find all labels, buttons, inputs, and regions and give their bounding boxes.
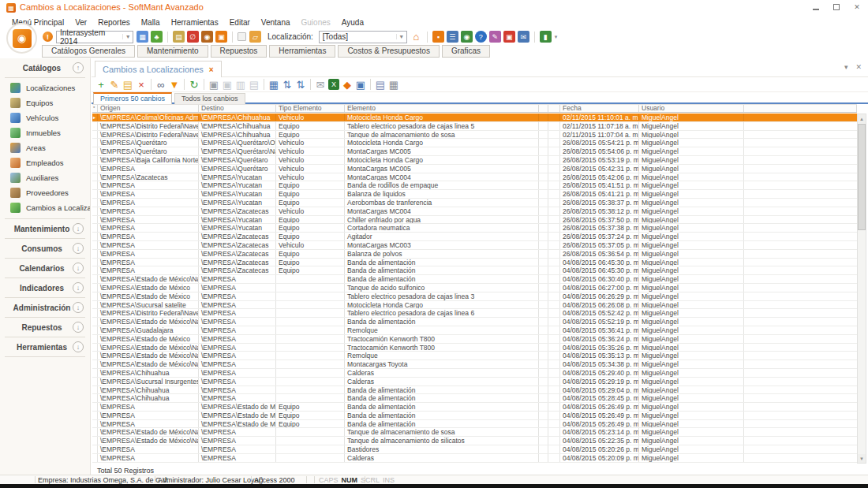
- table-row[interactable]: \EMPRESA\EMPRESA\ZacatecasVehiculoMontaC…: [92, 207, 857, 216]
- export-window-icon[interactable]: ▣: [355, 79, 366, 90]
- table-row[interactable]: \EMPRESA\Querétaro\EMPRESA\Querétaro\Nav…: [92, 147, 857, 156]
- table-row[interactable]: \EMPRESA\Distrito Federal\Nave Distrito …: [92, 131, 857, 140]
- table-row[interactable]: \EMPRESA\EMPRESA\YucatanEquipoCortadora …: [92, 224, 857, 233]
- sidebar-section-header[interactable]: Catálogos↑: [0, 58, 90, 77]
- subtab-todos-los-canbios[interactable]: Todos los canbios: [174, 93, 245, 104]
- design-icon[interactable]: ✎: [489, 31, 501, 43]
- menu-item-ayuda[interactable]: Ayuda: [336, 18, 369, 27]
- tab-cat-logos-generales[interactable]: Catálogos Generales: [42, 45, 135, 58]
- sidebar-item-areas[interactable]: Areas: [0, 140, 90, 155]
- table-row[interactable]: \EMPRESA\Estado de México\EMPRESATractoc…: [92, 335, 857, 344]
- chart-icon[interactable]: ▮: [540, 31, 552, 43]
- table-row[interactable]: \EMPRESA\Querétaro\EMPRESA\Querétaro\Ofi…: [92, 139, 857, 147]
- sidebar-item-proveedores[interactable]: Proveedores: [0, 185, 90, 200]
- home-icon[interactable]: ⌂: [410, 31, 422, 43]
- edit-record-icon[interactable]: ✎: [109, 79, 120, 90]
- module-icon[interactable]: ▪: [432, 31, 444, 43]
- table-row[interactable]: \EMPRESA\Chihuahua\EMPRESACalderas04/08/…: [92, 369, 857, 378]
- row-indicator-header[interactable]: *: [92, 105, 98, 112]
- menu-item-ver[interactable]: Ver: [69, 18, 92, 27]
- report-icon[interactable]: ▤: [375, 79, 386, 90]
- refresh-icon[interactable]: ↻: [189, 79, 200, 90]
- table-row[interactable]: \EMPRESA\Distrito Federal\Nave Distrito …: [92, 122, 857, 131]
- column-header-origen[interactable]: Origen: [98, 105, 199, 112]
- globe-icon[interactable]: ◉: [461, 31, 473, 43]
- column-header-blank[interactable]: [539, 105, 548, 112]
- printer-icon[interactable]: ▤: [173, 31, 185, 43]
- monitor-icon[interactable]: ▦: [137, 31, 148, 43]
- menu-item-guiones[interactable]: Guiones: [296, 18, 336, 27]
- table-row[interactable]: \EMPRESA\Estado de México\Nave produ...\…: [92, 437, 857, 445]
- document-tab[interactable]: Cambios a Localizaciones ×: [95, 61, 222, 77]
- close-button[interactable]: ✕: [852, 3, 862, 11]
- table-row[interactable]: \EMPRESA\EMPRESA\Estado de México\N...Eq…: [92, 412, 857, 420]
- table-row[interactable]: \EMPRESA\EMPRESA\ZacatecasEquipoBanda de…: [92, 259, 857, 267]
- table-row[interactable]: \EMPRESA\Estado de México\Nave produ...\…: [92, 428, 857, 437]
- sidebar-section-header[interactable]: Consumos↓: [0, 239, 90, 258]
- table-row[interactable]: \EMPRESA\Estado de México\Nave produ...\…: [92, 275, 857, 284]
- package-icon[interactable]: ◉: [201, 31, 213, 43]
- help-icon[interactable]: ?: [475, 31, 487, 43]
- menu-item-malla[interactable]: Malla: [136, 18, 166, 27]
- table-row[interactable]: \EMPRESA\Chihuahua\EMPRESABanda de alime…: [92, 386, 857, 395]
- restore-button[interactable]: [832, 3, 841, 11]
- sidebar-item-equipos[interactable]: Equipos: [0, 95, 90, 110]
- sidebar-section-header[interactable]: Administración↓: [0, 298, 90, 317]
- tab-list-dropdown-icon[interactable]: ▾: [844, 63, 848, 71]
- table-row[interactable]: \EMPRESA\Estado de México\Nave produ...\…: [92, 352, 857, 360]
- table-icon[interactable]: ☰: [447, 31, 458, 43]
- expand-arrow-icon[interactable]: ↓: [73, 243, 84, 254]
- tab-graficas[interactable]: Graficas: [442, 45, 490, 58]
- chevron-down-icon[interactable]: ▼: [122, 34, 133, 39]
- status-indicator-icon[interactable]: !: [43, 32, 53, 42]
- users-icon[interactable]: ♣: [151, 31, 163, 43]
- minimize-button[interactable]: [811, 3, 821, 11]
- folder-icon[interactable]: ▱: [249, 31, 261, 43]
- sort-desc-icon[interactable]: ⇅: [295, 79, 306, 90]
- new-record-icon[interactable]: +: [95, 79, 107, 90]
- table-row[interactable]: \EMPRESA\EMPRESA\YucatanEquipoBanda de r…: [92, 181, 857, 190]
- expand-arrow-icon[interactable]: ↓: [73, 322, 84, 333]
- column-header-tipo-elemento[interactable]: Tipo Elemento: [276, 105, 345, 112]
- table-row[interactable]: \EMPRESA\EMPRESA\QuerétaroVehiculoMontaC…: [92, 165, 857, 173]
- profile-combo[interactable]: Interasystem 2014 ▼: [56, 31, 133, 43]
- export-excel-icon[interactable]: X: [328, 79, 339, 90]
- scroll-up-icon[interactable]: ▲: [858, 114, 866, 123]
- expand-arrow-icon[interactable]: ↓: [73, 223, 84, 234]
- column-header-blank[interactable]: [548, 105, 560, 112]
- localizacion-combo[interactable]: [Todas] ▼: [319, 31, 407, 43]
- sidebar-section-header[interactable]: Indicadores↓: [0, 278, 90, 297]
- sidebar-item-empleados[interactable]: Empleados: [0, 155, 90, 170]
- sidebar-section-header[interactable]: Calendarios↓: [0, 259, 90, 278]
- table-row[interactable]: \EMPRESA\Distrito Federal\Nave Distrito …: [92, 309, 857, 318]
- sort-asc-icon[interactable]: ⇅: [282, 79, 293, 90]
- table-row[interactable]: \EMPRESA\Sucursal satelite\EMPRESAMotoci…: [92, 301, 857, 310]
- column-header-usuario[interactable]: Usuario: [639, 105, 744, 112]
- table-row[interactable]: \EMPRESA\EMPRESA\ZacatecasEquipoBalanza …: [92, 250, 857, 259]
- sidebar-section-header[interactable]: Herramientas↓: [0, 337, 90, 356]
- chevron-down-icon[interactable]: ▼: [396, 34, 406, 39]
- table-row[interactable]: \EMPRESA\EMPRESA\ZacatecasEquipoAgitador…: [92, 233, 857, 241]
- menu-item-editar[interactable]: Editar: [224, 18, 256, 27]
- table-row[interactable]: \EMPRESA\Sucursal Insurgentes\EMPRESACal…: [92, 378, 857, 386]
- scrollbar-thumb[interactable]: [858, 124, 866, 230]
- screen-icon[interactable]: ▣: [215, 31, 227, 43]
- table-row[interactable]: \EMPRESA\EMPRESABastidores04/08/2015 05:…: [92, 445, 857, 454]
- tab-herramientas[interactable]: Herramientas: [269, 45, 335, 58]
- delete-record-icon[interactable]: ×: [136, 79, 147, 90]
- column-header-destino[interactable]: Destino: [199, 105, 276, 112]
- table-row[interactable]: \EMPRESA\EMPRESACalderas04/08/2015 05:20…: [92, 454, 857, 463]
- sidebar-item-auxiliares[interactable]: Auxiliares: [0, 170, 90, 185]
- close-tab-icon[interactable]: ×: [209, 65, 214, 74]
- expand-arrow-icon[interactable]: ↓: [73, 302, 84, 313]
- camera-icon[interactable]: ▣: [208, 79, 219, 90]
- block-icon[interactable]: ∅: [187, 31, 199, 43]
- scroll-down-icon[interactable]: ▼: [858, 454, 866, 463]
- export-tag-icon[interactable]: ◆: [342, 79, 353, 90]
- expand-arrow-icon[interactable]: ↓: [73, 341, 84, 352]
- menu-item-herramientas[interactable]: Herramientas: [166, 18, 224, 27]
- print-icon[interactable]: ▦: [388, 79, 399, 90]
- table-row[interactable]: \EMPRESA\Estado de México\Nave produ...\…: [92, 318, 857, 326]
- table-row[interactable]: \EMPRESA\Estado de México\EMPRESATanque …: [92, 284, 857, 292]
- card-view-icon[interactable]: ▤: [122, 79, 133, 90]
